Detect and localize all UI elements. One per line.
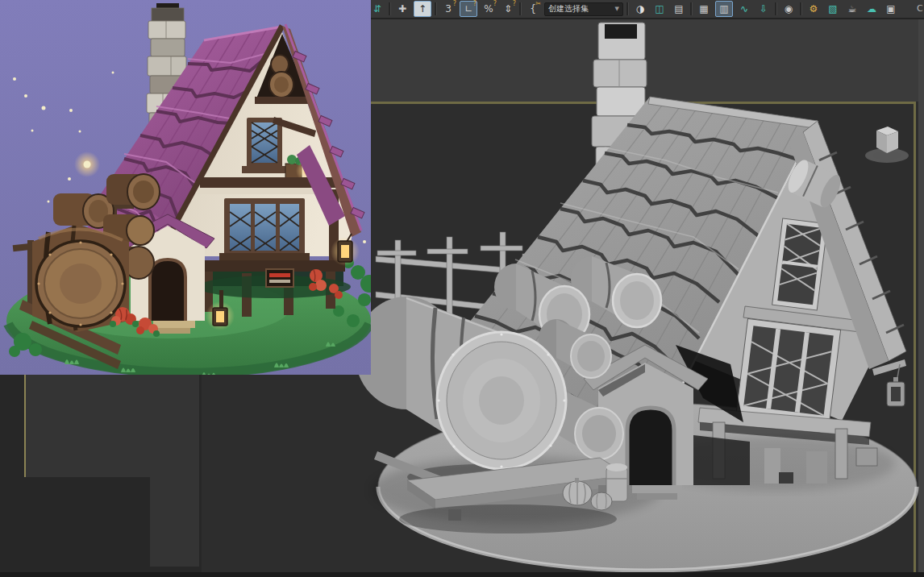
toolbar-separator	[435, 2, 437, 15]
toolbar-separator	[800, 2, 802, 15]
toolbar-separator	[775, 2, 777, 15]
curve-editor-icon[interactable]: ∿	[736, 2, 752, 16]
bottom-edge-strip	[0, 572, 924, 577]
align-icon[interactable]: ◫	[651, 2, 668, 16]
render-in-cloud-icon[interactable]: ☁	[864, 2, 880, 16]
toolbar-separator	[626, 2, 629, 15]
ref-upper-window	[242, 118, 287, 173]
viewport-left-border	[24, 375, 26, 477]
chevron-down-icon: ▼	[615, 6, 619, 12]
select-move-icon[interactable]: ✚	[394, 2, 410, 16]
window-crossing-icon[interactable]: ⇵	[369, 2, 385, 16]
schematic-view-icon[interactable]: ⇩	[755, 2, 772, 16]
edge-partial-label: C	[917, 3, 923, 14]
create-selection-set-dropdown[interactable]: 创建选择集 ▼	[544, 2, 623, 16]
3ds-max-window: ⇵ ✚ ↑ 3? ∟? %? ⇕? {✂ 创建选择集 ▼ ◑ ◫ ▤ ▦ ▥ ∿…	[0, 0, 924, 577]
render-gallery-icon[interactable]: ▣	[883, 2, 899, 16]
select-place-icon[interactable]: ↑	[414, 1, 431, 17]
snaps-toggle-icon[interactable]: 3?	[440, 2, 456, 16]
render-setup-icon[interactable]: ⚙	[805, 2, 822, 16]
layer-explorer-icon[interactable]: ▦	[696, 2, 712, 16]
material-editor-icon[interactable]: ◉	[780, 2, 797, 16]
render-production-icon[interactable]: ☕	[844, 2, 860, 16]
toolbar-separator	[519, 2, 522, 15]
right-panel-edge	[918, 18, 924, 577]
toolbar-separator	[690, 2, 693, 15]
angle-snap-icon[interactable]: ∟?	[460, 1, 477, 17]
bottom-left-subviewport	[26, 375, 199, 477]
toolbar-separator	[389, 2, 391, 15]
spinner-snap-icon[interactable]: ⇕?	[500, 2, 516, 16]
tavern-sign	[266, 269, 293, 287]
reference-image	[0, 0, 371, 375]
ref-lower-window	[219, 198, 310, 260]
mirror-icon[interactable]: ◑	[632, 2, 648, 16]
scene-explorer-icon[interactable]: ▤	[671, 2, 687, 16]
rendered-frame-window-icon[interactable]: ▧	[825, 2, 841, 16]
bottom-left-subviewport-step	[150, 477, 199, 567]
percent-snap-icon[interactable]: %?	[481, 2, 497, 16]
dropdown-value: 创建选择集	[548, 3, 589, 15]
ribbon-toggle-icon[interactable]: ▥	[715, 1, 733, 17]
named-selection-sets-icon[interactable]: {✂	[525, 2, 541, 16]
